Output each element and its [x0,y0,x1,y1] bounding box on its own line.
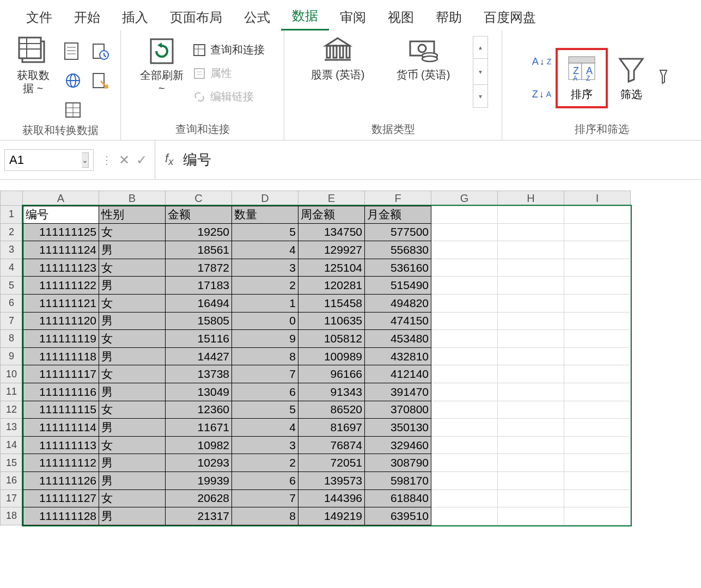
cell[interactable]: 2 [232,454,298,472]
more-icon[interactable]: ⋮ [101,154,112,167]
cell[interactable]: 男 [99,348,166,366]
cell[interactable] [431,437,498,455]
cell[interactable]: 12360 [166,401,232,419]
cell[interactable]: 男 [99,277,166,295]
cell[interactable]: 391470 [365,383,431,401]
col-header-E[interactable]: E [298,191,365,206]
cell[interactable]: 月金额 [365,206,431,224]
cell[interactable]: 周金额 [298,206,365,224]
cell[interactable] [498,313,564,330]
cell[interactable]: 100989 [298,348,365,366]
cell[interactable] [498,330,564,348]
cell[interactable]: 女 [99,259,166,277]
cell[interactable]: 10293 [166,454,232,472]
cell[interactable]: 134750 [298,224,365,242]
sort-asc-button[interactable]: A↓Z [532,56,552,68]
cell[interactable] [431,277,498,295]
cell[interactable]: 男 [99,313,166,330]
cell[interactable] [564,259,631,277]
menu-help[interactable]: 帮助 [425,7,473,30]
cell[interactable]: 17872 [166,259,232,277]
col-header-D[interactable]: D [232,191,298,206]
chevron-down-icon[interactable]: ⌄ [82,152,89,168]
cell[interactable] [498,401,564,419]
cell[interactable] [431,330,498,348]
row-header[interactable]: 16 [0,472,23,490]
cell[interactable]: 男 [99,383,166,401]
cell[interactable]: 0 [232,313,298,330]
row-header[interactable]: 5 [0,277,23,295]
row-header[interactable]: 10 [0,365,23,383]
cell[interactable] [431,419,498,437]
cell[interactable]: 男 [99,507,166,525]
stocks-button[interactable]: 股票 (英语) [311,36,365,82]
menu-file[interactable]: 文件 [15,7,63,30]
cell[interactable]: 110635 [298,313,365,330]
cell[interactable]: 598170 [365,472,431,490]
from-web-icon[interactable] [62,70,84,91]
row-header[interactable]: 14 [0,437,23,455]
cell[interactable] [498,206,564,224]
cell[interactable]: 4 [232,419,298,437]
cell[interactable]: 111111122 [23,277,99,295]
cell[interactable] [564,277,631,295]
cell[interactable]: 16494 [166,295,232,313]
datatype-spinner[interactable]: ▴▾▾ [473,36,488,108]
cell[interactable] [498,454,564,472]
cell[interactable] [498,277,564,295]
cell[interactable] [431,313,498,330]
cell[interactable] [564,383,631,401]
name-box[interactable]: A1 ⌄ [4,149,94,171]
cell[interactable]: 男 [99,472,166,490]
refresh-all-button[interactable]: 全部刷新 ~ [138,36,185,95]
cell[interactable]: 3 [232,259,298,277]
cell[interactable]: 111111126 [23,472,99,490]
cell[interactable] [498,348,564,366]
cell[interactable]: 5 [232,401,298,419]
cell[interactable]: 3 [232,437,298,455]
cell[interactable] [431,206,498,224]
row-header[interactable]: 3 [0,241,23,259]
cell[interactable] [431,507,498,525]
cell[interactable] [564,313,631,330]
cell[interactable] [564,224,631,242]
cell[interactable]: 金额 [166,206,232,224]
cell[interactable]: 329460 [365,437,431,455]
cell[interactable]: 17183 [166,277,232,295]
cell[interactable]: 14427 [166,348,232,366]
row-header[interactable]: 13 [0,419,23,437]
cell[interactable] [498,490,564,508]
col-header-I[interactable]: I [564,191,631,206]
row-header[interactable]: 18 [0,507,23,525]
row-header[interactable]: 1 [0,206,23,224]
cell[interactable]: 女 [99,295,166,313]
cell[interactable]: 13738 [166,365,232,383]
cell[interactable] [564,330,631,348]
cell[interactable] [498,383,564,401]
cell[interactable] [564,472,631,490]
sort-dialog-button[interactable]: ZAAZ 排序 [560,51,604,105]
cell[interactable]: 女 [99,490,166,508]
cell[interactable] [431,365,498,383]
col-header-C[interactable]: C [166,191,232,206]
cell[interactable] [498,295,564,313]
menu-formulas[interactable]: 公式 [233,7,281,30]
col-header-A[interactable]: A [23,191,99,206]
cell[interactable] [498,241,564,259]
cell[interactable]: 129927 [298,241,365,259]
cell[interactable] [431,259,498,277]
cell[interactable]: 15805 [166,313,232,330]
cell[interactable]: 111111119 [23,330,99,348]
cell[interactable] [431,490,498,508]
menu-pagelayout[interactable]: 页面布局 [159,7,233,30]
col-header-G[interactable]: G [431,191,498,206]
cell[interactable]: 20628 [166,490,232,508]
cell[interactable] [431,241,498,259]
cell[interactable] [431,383,498,401]
cell[interactable] [431,348,498,366]
cell[interactable] [564,419,631,437]
row-header[interactable]: 9 [0,348,23,366]
cell[interactable]: 76874 [298,437,365,455]
sort-desc-button[interactable]: Z↓A [532,89,552,100]
cell[interactable] [564,490,631,508]
